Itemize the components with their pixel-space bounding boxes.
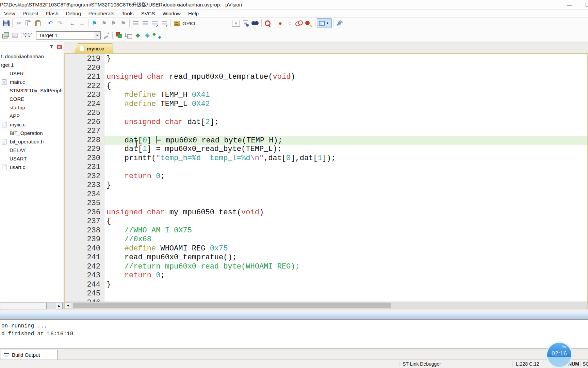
configure-icon[interactable] (335, 18, 344, 28)
tree-item-stm32f10x-stdperiph-driver[interactable]: STM32F10x_StdPeriph_Driver (0, 86, 64, 95)
find-in-files-icon[interactable] (241, 18, 250, 28)
line-number[interactable]: 232 (65, 172, 104, 181)
line-number[interactable]: 230 (65, 154, 104, 163)
editor-frame[interactable]: 219}220221unsigned char read_mpu60x0_tem… (64, 53, 588, 309)
download-icon[interactable]: LOAD▼▼ (23, 31, 32, 40)
bookmark-icon[interactable]: ⚑ (90, 18, 99, 28)
line-number[interactable]: 228 (65, 136, 104, 145)
tree-item-delay[interactable]: DELAY (0, 146, 64, 154)
tree-item-bit-operation-h[interactable]: bit_operation.h (0, 137, 64, 146)
line-number[interactable]: 226 (65, 118, 104, 127)
pack-installer-icon[interactable]: ◈ (143, 31, 152, 40)
code-line[interactable]: 237{ (65, 217, 587, 226)
minimize-button[interactable]: — (562, 0, 576, 9)
outdent-icon[interactable] (131, 18, 141, 28)
tree-item-myiic-c[interactable]: myiic.c (0, 120, 64, 129)
nav-back-icon[interactable]: ← (68, 18, 77, 28)
code-line[interactable]: 243 return 0; (65, 271, 587, 280)
code-line[interactable]: 220 (65, 64, 587, 73)
window-view-button[interactable]: ▼ (317, 18, 332, 28)
code-line[interactable]: 227 (65, 127, 587, 136)
target-options-icon[interactable] (101, 31, 111, 40)
incremental-find-icon[interactable] (263, 18, 273, 28)
line-number[interactable]: 224 (65, 100, 104, 109)
code-line[interactable]: 233} (65, 181, 587, 190)
paste-icon[interactable] (33, 18, 43, 28)
code-line[interactable]: 238 //WHO AM I 0X75 (65, 226, 587, 235)
code-line[interactable]: 224 #define TEMP_L 0X42 (65, 100, 587, 109)
line-number[interactable]: 241 (65, 253, 104, 262)
translate-file-icon[interactable] (1, 31, 10, 40)
menu-tools[interactable]: Tools (118, 10, 137, 17)
line-number[interactable]: 235 (65, 199, 104, 208)
menu-project[interactable]: Project (19, 10, 42, 17)
menu-svcs[interactable]: SVCS (137, 10, 159, 17)
save-icon[interactable] (1, 18, 11, 28)
tree-item-t-doubixiaohanhan[interactable]: t: doubixiaohanhan (0, 52, 64, 61)
code-line[interactable]: 229 dat[1] = mpu60x0_read_byte(TEMP_L); (65, 145, 587, 154)
find-combobox[interactable] (231, 18, 241, 28)
tab-myiic[interactable]: myiic.c (74, 43, 113, 53)
maximize-button[interactable] (586, 3, 588, 6)
code-line[interactable]: 240 #define WHOAMI_REG 0x75 (65, 244, 587, 254)
disable-breakpoint-icon[interactable]: ○ (285, 18, 295, 28)
editor-hscrollbar[interactable]: ◀ (65, 302, 587, 309)
line-number[interactable]: 234 (65, 190, 104, 199)
system-viewer-icon[interactable] (172, 18, 182, 28)
line-number[interactable]: 245 (65, 289, 104, 298)
bookmark-prev-icon[interactable]: ⚑ (99, 18, 109, 28)
line-number[interactable]: 222 (65, 82, 104, 91)
code-line[interactable]: 221unsigned char read_mpu60x0_tempratue(… (65, 73, 587, 82)
tree-item-rget-1[interactable]: rget 1 (0, 61, 64, 69)
pin-icon[interactable] (49, 45, 53, 49)
line-number[interactable]: 237 (65, 217, 104, 226)
code-line[interactable]: 235 (65, 199, 587, 208)
line-number[interactable]: 223 (65, 91, 104, 100)
menu-peripherals[interactable]: Peripherals (85, 10, 118, 17)
line-number[interactable]: 246 (65, 298, 104, 302)
tab-build-output[interactable]: Build Output (1, 350, 58, 360)
scrollbar-thumb[interactable] (0, 303, 47, 309)
tree-item-core[interactable]: CORE (0, 95, 64, 103)
start-debug-icon[interactable] (114, 31, 124, 40)
code-line[interactable]: 244} (65, 280, 587, 290)
code-line[interactable]: 225 (65, 109, 587, 118)
cut-icon[interactable]: ✂ (14, 18, 23, 28)
code-line[interactable]: 239 //0x68 (65, 235, 587, 244)
tree-item-bit-operation[interactable]: BIT_Operation (0, 129, 64, 137)
line-number[interactable]: 219 (65, 55, 104, 64)
scroll-left-arrow[interactable]: ◀ (65, 302, 71, 308)
code-line[interactable]: 234 (65, 190, 587, 199)
disable-all-breakpoints-icon[interactable] (295, 18, 304, 28)
code-line[interactable]: 230 printf("temp_h=%d temp_l=%d\n",dat[0… (65, 154, 587, 163)
uncomment-icon[interactable] (160, 18, 169, 28)
kill-all-breakpoints-icon[interactable] (304, 18, 314, 28)
tree-item-app[interactable]: APP (0, 112, 64, 120)
kvision-icon[interactable]: ◆ (133, 31, 143, 40)
line-number[interactable]: 242 (65, 262, 104, 272)
tree-item-usart-c[interactable]: usart.c (0, 163, 64, 171)
line-number[interactable]: 227 (65, 127, 104, 136)
code-line[interactable]: 236unsigned char my_mpu6050_test(void) (65, 208, 587, 217)
scroll-right-arrow[interactable]: ▶ (56, 303, 63, 309)
manage-run-env-icon[interactable] (152, 31, 162, 40)
batch-build-icon[interactable] (10, 31, 20, 40)
line-number[interactable]: 221 (65, 73, 104, 82)
line-number[interactable]: 236 (65, 208, 104, 217)
bookmark-clear-icon[interactable]: ⚑ (118, 18, 128, 28)
build-output-panel[interactable]: on running ...d finished at 16:16:18 (0, 320, 588, 348)
target-combobox[interactable]: Target 1▼ (36, 31, 101, 40)
code-line[interactable]: 226 unsigned char dat[2]; (65, 118, 587, 127)
line-number[interactable]: 233 (65, 181, 104, 190)
line-number[interactable]: 240 (65, 244, 104, 254)
code-line[interactable]: 246 (65, 298, 587, 302)
nav-forward-icon[interactable]: → (77, 18, 87, 28)
tree-item-user[interactable]: USER (0, 69, 64, 78)
code-line[interactable]: 219} (65, 55, 587, 64)
line-number[interactable]: 229 (65, 145, 104, 154)
screen-recorder-bubble[interactable]: 02:16 (546, 342, 572, 368)
menu-window[interactable]: Window (159, 10, 184, 17)
undo-icon[interactable]: ↶ (46, 18, 55, 28)
project-tree-hscrollbar[interactable]: ▶ (0, 302, 64, 309)
code-line[interactable]: 222{ (65, 82, 587, 91)
